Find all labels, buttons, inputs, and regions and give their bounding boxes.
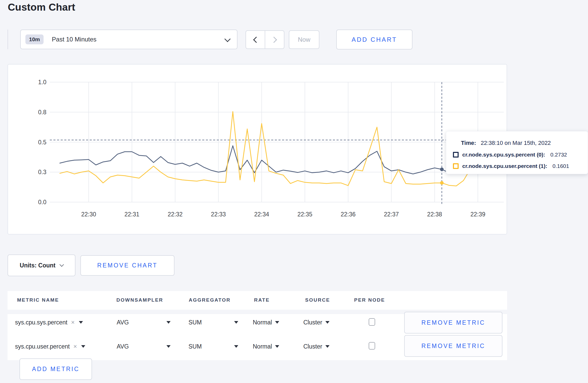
- source-value: Cluster: [303, 343, 322, 350]
- caret-down-icon: [81, 345, 85, 348]
- aggregator-value: SUM: [188, 343, 202, 350]
- tooltip-time-value: 22:38:10 on Mar 15th, 2022: [481, 140, 551, 146]
- per-node-checkbox[interactable]: [369, 318, 375, 326]
- svg-text:22:39: 22:39: [470, 211, 485, 218]
- rate-dropdown[interactable]: Normal: [253, 317, 279, 328]
- svg-text:22:31: 22:31: [124, 211, 139, 218]
- aggregator-dropdown[interactable]: SUM: [188, 341, 238, 352]
- toolbar-divider: [8, 30, 8, 49]
- chevron-left-icon: [253, 37, 259, 43]
- svg-text:22:37: 22:37: [384, 211, 399, 218]
- rate-dropdown[interactable]: Normal: [253, 341, 279, 352]
- downsampler-value: AVG: [117, 343, 129, 350]
- svg-text:22:38: 22:38: [427, 211, 442, 218]
- aggregator-value: SUM: [188, 319, 202, 326]
- remove-chart-button[interactable]: REMOVE CHART: [80, 255, 174, 276]
- tooltip-series-row: cr.node.sys.cpu.user.percent (1): 0.1601: [453, 163, 569, 169]
- units-dropdown[interactable]: Units: Count: [8, 254, 75, 276]
- downsampler-dropdown[interactable]: AVG: [117, 341, 171, 352]
- chart-hover-tooltip: Time: 22:38:10 on Mar 15th, 2022 cr.node…: [446, 131, 588, 174]
- caret-down-icon: [275, 345, 279, 348]
- col-header-per-node: PER NODE: [354, 297, 385, 303]
- metric-name-dropdown[interactable]: sys.cpu.sys.percent ×: [15, 317, 83, 328]
- page-title: Custom Chart: [8, 2, 75, 13]
- now-button[interactable]: Now: [289, 30, 319, 49]
- caret-down-icon: [325, 321, 330, 324]
- metric-name-text: sys.cpu.sys.percent: [15, 319, 67, 326]
- caret-down-icon: [325, 345, 330, 348]
- time-range-label: Past 10 Minutes: [52, 36, 96, 43]
- remove-metric-button[interactable]: REMOVE METRIC: [404, 335, 502, 357]
- add-metric-button[interactable]: ADD METRIC: [19, 358, 92, 380]
- add-chart-button[interactable]: ADD CHART: [336, 30, 412, 49]
- metric-name-text: sys.cpu.user.percent: [15, 343, 70, 350]
- caret-down-icon: [234, 345, 238, 348]
- col-header-source: SOURCE: [305, 297, 330, 303]
- caret-down-icon: [234, 321, 238, 324]
- source-dropdown[interactable]: Cluster: [303, 317, 330, 328]
- aggregator-dropdown[interactable]: SUM: [188, 317, 238, 328]
- col-header-aggregator: AGGREGATOR: [189, 297, 231, 303]
- chevron-down-icon: [224, 36, 230, 42]
- rate-value: Normal: [253, 343, 272, 350]
- caret-down-icon: [79, 321, 83, 324]
- svg-text:0.5: 0.5: [38, 139, 46, 146]
- col-header-metric-name: METRIC NAME: [17, 297, 59, 303]
- metric-name-dropdown[interactable]: sys.cpu.user.percent ×: [15, 341, 85, 352]
- time-range-dropdown[interactable]: 10m Past 10 Minutes: [20, 30, 237, 49]
- tooltip-time-label: Time:: [461, 140, 476, 146]
- prev-time-button[interactable]: [246, 31, 265, 48]
- sys-series-swatch-icon: [453, 152, 459, 158]
- caret-down-icon: [166, 345, 171, 348]
- tooltip-series-value: 0.1601: [552, 163, 569, 169]
- tooltip-series-value: 0.2732: [550, 152, 567, 158]
- rate-value: Normal: [253, 319, 272, 326]
- per-node-checkbox[interactable]: [369, 342, 375, 350]
- remove-metric-button[interactable]: REMOVE METRIC: [404, 312, 502, 334]
- source-value: Cluster: [303, 319, 322, 326]
- svg-text:0.0: 0.0: [38, 199, 46, 205]
- svg-text:22:35: 22:35: [297, 211, 312, 218]
- svg-text:0.8: 0.8: [38, 109, 46, 116]
- time-range-badge: 10m: [25, 34, 44, 44]
- downsampler-value: AVG: [117, 319, 129, 326]
- downsampler-dropdown[interactable]: AVG: [117, 317, 171, 328]
- time-nav-group: [246, 30, 284, 49]
- units-label: Units: Count: [20, 262, 55, 269]
- tooltip-series-label: cr.node.sys.cpu.sys.percent (0):: [462, 152, 545, 158]
- svg-text:22:33: 22:33: [211, 211, 226, 218]
- metrics-table-header: METRIC NAME DOWNSAMPLER AGGREGATOR RATE …: [8, 291, 507, 310]
- svg-text:22:36: 22:36: [341, 211, 356, 218]
- tooltip-series-row: cr.node.sys.cpu.sys.percent (0): 0.2732: [453, 152, 567, 158]
- user-series-swatch-icon: [453, 163, 459, 169]
- svg-text:22:30: 22:30: [81, 211, 96, 218]
- custom-chart-plot[interactable]: 0.00.30.50.81.022:3022:3122:3222:3322:34…: [8, 65, 508, 235]
- caret-down-icon: [275, 321, 279, 324]
- caret-down-icon: [166, 321, 171, 324]
- chevron-down-icon: [59, 263, 64, 267]
- svg-text:1.0: 1.0: [38, 79, 46, 86]
- tooltip-series-label: cr.node.sys.cpu.user.percent (1):: [462, 163, 547, 169]
- clear-metric-icon[interactable]: ×: [71, 319, 75, 326]
- chevron-right-icon: [271, 37, 277, 43]
- next-time-button[interactable]: [265, 31, 284, 48]
- custom-chart-page: Custom Chart 10m Past 10 Minutes Now ADD…: [0, 0, 588, 383]
- chart-card: 0.00.30.50.81.022:3022:3122:3222:3322:34…: [8, 64, 507, 235]
- svg-text:0.3: 0.3: [38, 169, 46, 175]
- col-header-downsampler: DOWNSAMPLER: [116, 297, 163, 303]
- clear-metric-icon[interactable]: ×: [73, 343, 77, 350]
- metrics-table-rows: sys.cpu.sys.percent × AVG SUM Normal Clu…: [8, 314, 507, 360]
- svg-text:22:34: 22:34: [254, 211, 269, 218]
- source-dropdown[interactable]: Cluster: [303, 341, 330, 352]
- tooltip-time-row: Time: 22:38:10 on Mar 15th, 2022: [461, 140, 551, 146]
- col-header-rate: RATE: [254, 297, 270, 303]
- svg-text:22:32: 22:32: [168, 211, 183, 218]
